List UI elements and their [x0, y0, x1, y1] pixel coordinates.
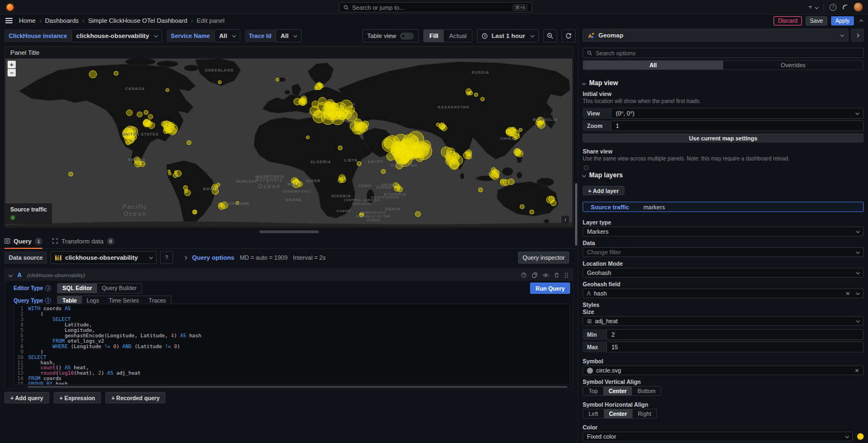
map-marker[interactable] [489, 171, 497, 178]
map-marker[interactable] [529, 210, 534, 214]
map-marker[interactable] [312, 101, 319, 108]
map-marker[interactable] [467, 154, 472, 159]
map-marker[interactable] [146, 121, 152, 127]
map-marker[interactable] [123, 128, 134, 139]
align-right[interactable]: Right [633, 409, 657, 418]
tab-transform-data[interactable]: Transform data 0 [52, 234, 114, 249]
map-marker[interactable] [516, 150, 523, 157]
datasource-picker[interactable]: clickhouse-observability [50, 251, 157, 264]
map-marker[interactable] [193, 210, 197, 214]
save-button[interactable]: Save [806, 16, 827, 25]
actual-option[interactable]: Actual [444, 30, 472, 42]
duplicate-icon[interactable] [532, 272, 538, 278]
code-line[interactable]: 9 ) [14, 349, 570, 355]
time-range-picker[interactable]: Last 1 hour [477, 29, 539, 42]
query-inspector-button[interactable]: Query inspector [518, 252, 569, 264]
var-instance-select[interactable]: clickhouse-observability [72, 29, 162, 42]
code-line[interactable]: 11 hash, [14, 360, 570, 365]
table-view-toggle[interactable]: Table view [362, 29, 419, 42]
map-marker[interactable] [339, 175, 346, 181]
code-line[interactable]: 10SELECT [14, 355, 570, 360]
code-line[interactable]: 4 Latitude, [14, 322, 570, 328]
zoom-input[interactable]: 1 [611, 120, 864, 131]
toggle-off[interactable] [400, 33, 414, 40]
map-marker[interactable] [466, 89, 471, 94]
map-marker[interactable] [478, 188, 483, 192]
map-marker[interactable] [338, 146, 342, 150]
code-line[interactable]: 15GROUP BY hash [14, 381, 570, 385]
layer-item-source-traffic[interactable]: Source traffic markers [583, 202, 864, 212]
location-mode-select[interactable]: Geohash [583, 268, 864, 278]
collapse-up-icon[interactable] [859, 20, 863, 23]
map-marker[interactable] [381, 169, 386, 174]
query-options-chevron-icon[interactable] [183, 255, 187, 259]
hide-response-icon[interactable] [542, 272, 549, 278]
map-attribution-icon[interactable]: i [561, 216, 569, 223]
map-marker[interactable] [537, 117, 544, 124]
view-select[interactable]: (0°, 0°) [611, 108, 864, 119]
expression-button[interactable]: + Expression [54, 392, 101, 403]
map-marker[interactable] [184, 189, 188, 192]
align-center[interactable]: Center [603, 387, 632, 395]
add-layer-button[interactable]: + Add layer [583, 186, 624, 195]
map-marker[interactable] [216, 183, 220, 187]
clear-icon[interactable]: ✕ [846, 291, 850, 297]
pane-resize-handle[interactable] [259, 230, 319, 233]
query-options-link[interactable]: Query options [192, 254, 234, 261]
map-marker[interactable] [187, 140, 191, 145]
map-marker[interactable] [236, 202, 239, 205]
discard-button[interactable]: Discard [774, 16, 802, 25]
menu-icon[interactable] [5, 16, 12, 24]
map-marker[interactable] [357, 162, 361, 166]
code-hscrollbar[interactable] [28, 386, 567, 388]
map-marker[interactable] [137, 112, 142, 117]
visualization-picker[interactable]: Geomap [583, 29, 848, 42]
map-marker[interactable] [218, 81, 221, 84]
map-marker[interactable] [135, 160, 142, 168]
map-marker[interactable] [513, 136, 517, 140]
data-select[interactable]: Change filter [583, 247, 864, 257]
map-marker[interactable] [415, 211, 420, 217]
map-marker[interactable] [519, 129, 522, 132]
map-marker[interactable] [506, 130, 511, 134]
map-marker[interactable] [404, 149, 415, 160]
sql-editor[interactable]: 1WITH coords AS2 (3 SELECT4 Latitude,5 L… [14, 304, 570, 385]
refresh-icon[interactable] [561, 29, 576, 42]
query-row-header[interactable]: A (clickhouse-observability) [5, 269, 573, 281]
map-marker[interactable] [301, 99, 304, 103]
map-marker[interactable] [342, 110, 352, 119]
code-line[interactable]: 2 ( [14, 311, 570, 317]
map-marker[interactable] [446, 148, 455, 156]
align-top[interactable]: Top [583, 387, 603, 395]
map-marker[interactable] [183, 185, 188, 190]
zoom-out-time-icon[interactable] [543, 29, 557, 42]
tab-query[interactable]: Query 1 [4, 234, 42, 249]
map-marker[interactable] [318, 97, 327, 105]
recorded-query-button[interactable]: + Recorded query [105, 392, 165, 403]
breadcrumb-dashboard-name[interactable]: Simple ClickHouse OTel Dashboard [88, 17, 187, 24]
map-marker[interactable] [306, 136, 309, 139]
map-marker[interactable] [391, 145, 402, 156]
code-line[interactable]: 14FROM coords [14, 376, 570, 381]
collapse-query-icon[interactable] [9, 273, 12, 277]
max-input[interactable]: 15 [607, 342, 864, 352]
clear-icon[interactable]: ✕ [855, 368, 859, 374]
align-bottom[interactable]: Bottom [632, 387, 661, 395]
map-zoom-out-button[interactable]: – [8, 69, 16, 76]
map-marker[interactable] [166, 88, 169, 92]
user-avatar[interactable] [854, 3, 863, 11]
map-marker[interactable] [89, 70, 97, 78]
add-button[interactable]: + [808, 3, 818, 11]
tab-all[interactable]: All [583, 61, 723, 69]
code-line[interactable]: 3 SELECT [14, 317, 570, 322]
run-query-button[interactable]: Run Query [530, 283, 570, 294]
help-icon[interactable]: ? [829, 4, 837, 11]
fill-option[interactable]: Fill [424, 30, 444, 42]
map-marker[interactable] [317, 82, 321, 86]
color-swatch[interactable] [857, 433, 864, 440]
map-marker[interactable] [546, 196, 553, 203]
map-marker[interactable] [175, 170, 182, 176]
use-current-map-settings-button[interactable]: Use current map settings [583, 133, 864, 143]
section-map-view[interactable]: Map view [583, 79, 864, 87]
map-marker[interactable] [397, 187, 403, 191]
